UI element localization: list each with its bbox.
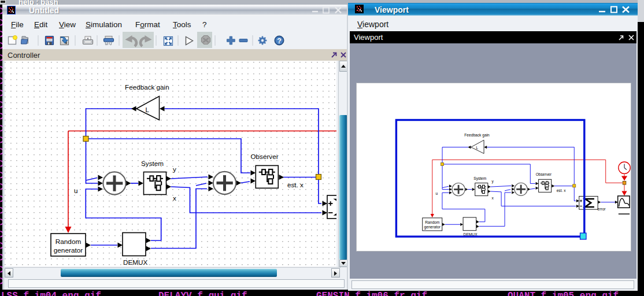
svg-text:?: ? <box>277 37 282 45</box>
